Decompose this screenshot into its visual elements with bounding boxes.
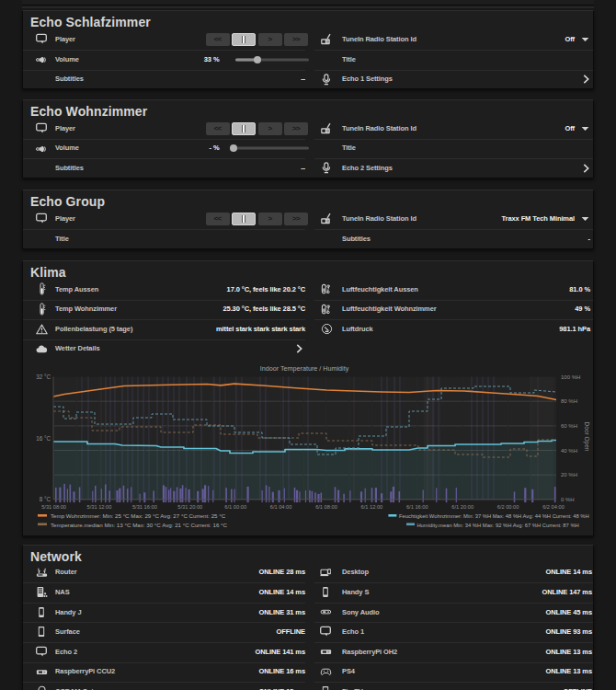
- svg-text:0 %H: 0 %H: [561, 497, 575, 502]
- svg-text:6/1 00:00: 6/1 00:00: [224, 503, 246, 509]
- svg-text:Feuchtigkeit Wohnzimmer: Min:: Feuchtigkeit Wohnzimmer: Min: 37 %H Max:…: [399, 513, 589, 519]
- svg-text:Temperature.median Min: 13 °C: Temperature.median Min: 13 °C Max: 30 °C…: [51, 521, 228, 527]
- svg-text:60 %H: 60 %H: [561, 423, 577, 429]
- svg-text:8 °C: 8 °C: [40, 496, 51, 502]
- svg-text:40 %H: 40 %H: [561, 448, 577, 454]
- svg-text:20 %H: 20 %H: [561, 472, 577, 477]
- svg-text:6/1 16:00: 6/1 16:00: [406, 503, 428, 509]
- svg-text:6/1 04:00: 6/1 04:00: [270, 503, 292, 509]
- svg-text:5/31 08:00: 5/31 08:00: [41, 503, 66, 509]
- svg-text:5/31 16:00: 5/31 16:00: [132, 503, 157, 509]
- svg-text:6/1 12:00: 6/1 12:00: [361, 503, 383, 509]
- svg-text:6/2 04:00: 6/2 04:00: [542, 503, 565, 509]
- svg-text:Humidity.mean Min: 34 %H Max:: Humidity.mean Min: 34 %H Max: 92 %H Avg:…: [416, 522, 578, 527]
- svg-text:5/31 20:00: 5/31 20:00: [177, 503, 202, 509]
- svg-text:6/2 00:00: 6/2 00:00: [497, 503, 519, 509]
- svg-text:Indoor Temperature / Humidity: Indoor Temperature / Humidity: [260, 363, 349, 372]
- svg-text:Temp Wohnzimmer: Min: 25 °C Ma: Temp Wohnzimmer: Min: 25 °C Max: 29 °C A…: [51, 512, 226, 519]
- svg-text:80 %H: 80 %H: [561, 398, 577, 404]
- svg-text:32 °C: 32 °C: [36, 374, 51, 380]
- svg-text:Door Open: Door Open: [583, 421, 590, 451]
- svg-text:5/31 12:00: 5/31 12:00: [87, 503, 112, 509]
- svg-text:6/1 08:00: 6/1 08:00: [315, 503, 337, 509]
- svg-text:16 °C: 16 °C: [36, 435, 51, 442]
- svg-text:100 %H: 100 %H: [561, 374, 580, 380]
- svg-text:6/1 20:00: 6/1 20:00: [451, 503, 473, 509]
